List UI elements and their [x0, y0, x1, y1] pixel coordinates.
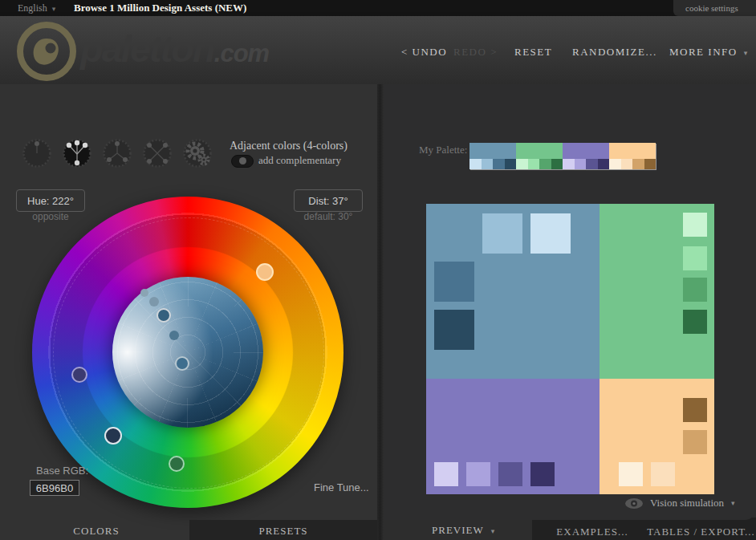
- preview-swatch[interactable]: [434, 262, 474, 302]
- preview-quadrant-orange[interactable]: [600, 379, 714, 494]
- palette-base-swatch[interactable]: [516, 143, 563, 159]
- preview-swatch[interactable]: [530, 213, 571, 254]
- browse-assets-link[interactable]: Browse 1 Million Design Assets (NEW): [74, 2, 246, 14]
- preview-swatch[interactable]: [683, 398, 707, 422]
- palette-group-purple[interactable]: [563, 143, 609, 169]
- palette-group-blue[interactable]: [469, 143, 516, 169]
- palette-shade-swatch[interactable]: [598, 159, 610, 169]
- tab-examples[interactable]: EXAMPLES...: [532, 526, 652, 538]
- undo-button[interactable]: < UNDO: [401, 46, 447, 59]
- shade-dot[interactable]: [169, 331, 179, 340]
- preview-swatch[interactable]: [683, 246, 707, 270]
- palette-group-orange[interactable]: [609, 143, 656, 169]
- preview-swatch[interactable]: [530, 462, 555, 486]
- palette-shade-swatch[interactable]: [482, 159, 494, 169]
- scheme-adjacent-icon-active[interactable]: [62, 138, 92, 168]
- tab-presets[interactable]: PRESETS: [219, 525, 348, 538]
- palette-shade-swatch[interactable]: [621, 159, 633, 169]
- base-hue-marker[interactable]: [104, 427, 122, 445]
- palette-shade-swatch[interactable]: [644, 159, 656, 169]
- preview-swatch[interactable]: [683, 213, 707, 237]
- shade-dot-selected[interactable]: [156, 308, 171, 323]
- saturation-brightness-disc[interactable]: [112, 277, 263, 428]
- fine-tune-link[interactable]: Fine Tune...: [314, 481, 369, 493]
- palette-shade-swatch[interactable]: [632, 159, 644, 169]
- shade-dot[interactable]: [149, 297, 159, 307]
- preview-swatch[interactable]: [482, 213, 522, 254]
- palette-base-swatch[interactable]: [609, 143, 656, 159]
- scheme-monochromatic-icon[interactable]: [22, 138, 52, 168]
- shade-dot[interactable]: [140, 289, 148, 297]
- scheme-triad-icon[interactable]: [102, 138, 132, 168]
- palette-shade-swatch[interactable]: [563, 159, 575, 169]
- base-rgb-label: Base RGB:: [36, 465, 88, 477]
- palette-shade-swatch[interactable]: [609, 159, 621, 169]
- chevron-down-icon: ▾: [744, 49, 749, 57]
- preview-swatch[interactable]: [434, 310, 474, 350]
- panel-divider: [377, 84, 384, 540]
- color-preview-area[interactable]: [426, 204, 714, 494]
- paletton-app: English▾ Browse 1 Million Design Assets …: [0, 0, 756, 540]
- preview-swatch[interactable]: [434, 462, 458, 486]
- preview-swatch[interactable]: [683, 278, 707, 302]
- cookie-settings-link[interactable]: cookie settings: [685, 3, 738, 13]
- preview-swatch[interactable]: [651, 462, 675, 486]
- scheme-freestyle-gear-icon[interactable]: [182, 138, 213, 168]
- preview-quadrant-blue[interactable]: [426, 204, 600, 379]
- adjacent-hue-marker-green[interactable]: [169, 456, 185, 472]
- preview-quadrant-purple[interactable]: [426, 379, 600, 494]
- adjacent-hue-marker-indigo[interactable]: [71, 367, 87, 383]
- toggle-knob: [239, 157, 246, 164]
- palette-base-swatch[interactable]: [469, 143, 516, 159]
- palette-shade-swatch[interactable]: [586, 159, 598, 169]
- palette-base-swatch[interactable]: [563, 143, 609, 159]
- reset-button[interactable]: RESET: [514, 46, 552, 59]
- language-dropdown[interactable]: English▾: [18, 2, 55, 14]
- shade-dot-selected[interactable]: [175, 356, 189, 371]
- preview-swatch[interactable]: [683, 430, 707, 454]
- randomize-button[interactable]: RANDOMIZE...: [572, 46, 657, 59]
- vision-simulation-label: Vision simulation: [650, 497, 724, 510]
- hue-field[interactable]: Hue: 222°: [16, 189, 85, 212]
- preview-quadrant-green[interactable]: [600, 204, 714, 379]
- preview-swatch[interactable]: [498, 462, 522, 486]
- eye-icon: [624, 497, 644, 510]
- complementary-hue-marker[interactable]: [256, 263, 274, 281]
- palette-shade-swatch[interactable]: [469, 159, 482, 169]
- chevron-down-icon: ▾: [731, 499, 735, 507]
- distance-field[interactable]: Dist: 37°: [294, 189, 363, 212]
- vision-simulation-menu[interactable]: Vision simulation ▾: [624, 496, 735, 510]
- tab-tables-export[interactable]: TABLES / EXPORT...: [646, 526, 756, 538]
- scheme-title: Adjacent colors (4-colors): [230, 140, 366, 152]
- palette-shade-swatch[interactable]: [516, 159, 528, 169]
- palette-shade-swatch[interactable]: [493, 159, 505, 169]
- my-palette-label: My Palette:: [419, 144, 467, 156]
- my-palette-strip[interactable]: [469, 143, 656, 169]
- scheme-tetrad-icon[interactable]: [142, 138, 173, 168]
- paletton-logo-icon[interactable]: [14, 19, 79, 83]
- palette-shade-swatch[interactable]: [539, 159, 551, 169]
- preview-swatch[interactable]: [466, 462, 490, 486]
- logo-wordmark: paletton.com: [80, 26, 269, 71]
- tab-preview[interactable]: PREVIEW▾: [432, 524, 495, 537]
- palette-shade-swatch[interactable]: [551, 159, 563, 169]
- palette-group-green[interactable]: [516, 143, 563, 169]
- preview-swatch[interactable]: [683, 310, 707, 334]
- palette-shade-swatch[interactable]: [528, 159, 540, 169]
- add-complementary-toggle[interactable]: [231, 155, 254, 168]
- chevron-down-icon: ▾: [491, 527, 496, 535]
- add-complementary-label[interactable]: add complementary: [258, 154, 341, 167]
- more-info-menu[interactable]: MORE INFO▾: [669, 46, 749, 59]
- chevron-down-icon: ▾: [52, 5, 56, 13]
- base-rgb-input[interactable]: [30, 480, 79, 496]
- palette-shade-swatch[interactable]: [575, 159, 587, 169]
- tab-colors[interactable]: COLORS: [32, 525, 161, 538]
- redo-button[interactable]: REDO >: [453, 46, 498, 59]
- palette-shade-swatch[interactable]: [505, 159, 517, 169]
- hue-opposite-link[interactable]: opposite: [16, 211, 85, 222]
- distance-default-link[interactable]: default: 30°: [294, 211, 363, 222]
- preview-swatch[interactable]: [619, 462, 643, 486]
